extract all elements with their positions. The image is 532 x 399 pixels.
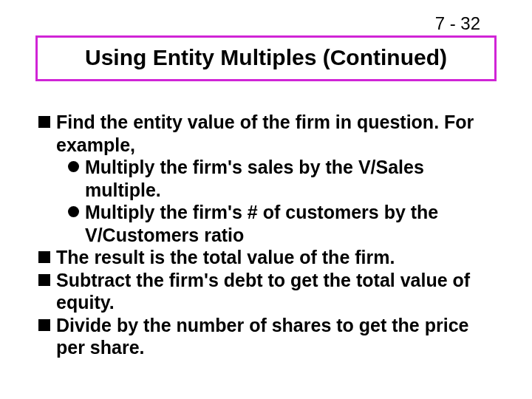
sub-bullet-item: Multiply the firm's # of customers by th… (38, 201, 494, 246)
round-bullet-icon (68, 161, 79, 172)
bullet-text: Multiply the firm's sales by the V/Sales… (85, 156, 494, 201)
bullet-text: Divide by the number of shares to get th… (56, 314, 494, 359)
square-bullet-icon (38, 319, 50, 331)
bullet-item: Find the entity value of the firm in que… (38, 111, 494, 156)
bullet-item: Subtract the firm's debt to get the tota… (38, 269, 494, 314)
square-bullet-icon (38, 274, 50, 286)
slide-title: Using Entity Multiples (Continued) (47, 45, 485, 70)
round-bullet-icon (68, 206, 79, 217)
page-number: 7 - 32 (435, 13, 480, 34)
square-bullet-icon (38, 116, 50, 128)
bullet-text: Multiply the firm's # of customers by th… (85, 201, 494, 246)
sub-bullet-item: Multiply the firm's sales by the V/Sales… (38, 156, 494, 201)
bullet-item: The result is the total value of the fir… (38, 246, 494, 269)
bullet-text: The result is the total value of the fir… (56, 246, 494, 269)
bullet-item: Divide by the number of shares to get th… (38, 314, 494, 359)
bullet-text: Find the entity value of the firm in que… (56, 111, 494, 156)
title-box: Using Entity Multiples (Continued) (35, 35, 497, 81)
square-bullet-icon (38, 251, 50, 263)
bullet-text: Subtract the firm's debt to get the tota… (56, 269, 494, 314)
slide: 7 - 32 Using Entity Multiples (Continued… (0, 0, 532, 399)
content-area: Find the entity value of the firm in que… (38, 111, 494, 359)
